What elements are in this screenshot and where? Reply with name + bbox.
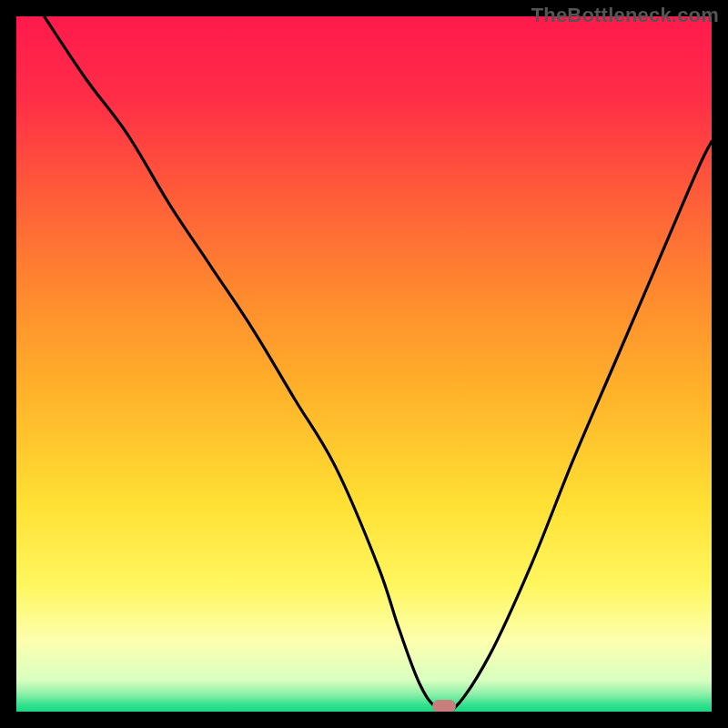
plot-area — [16, 16, 712, 712]
watermark-text: TheBottleneck.com — [531, 4, 719, 27]
bottleneck-curve — [16, 16, 712, 712]
optimal-marker — [432, 700, 456, 712]
chart-frame: TheBottleneck.com — [0, 0, 728, 728]
